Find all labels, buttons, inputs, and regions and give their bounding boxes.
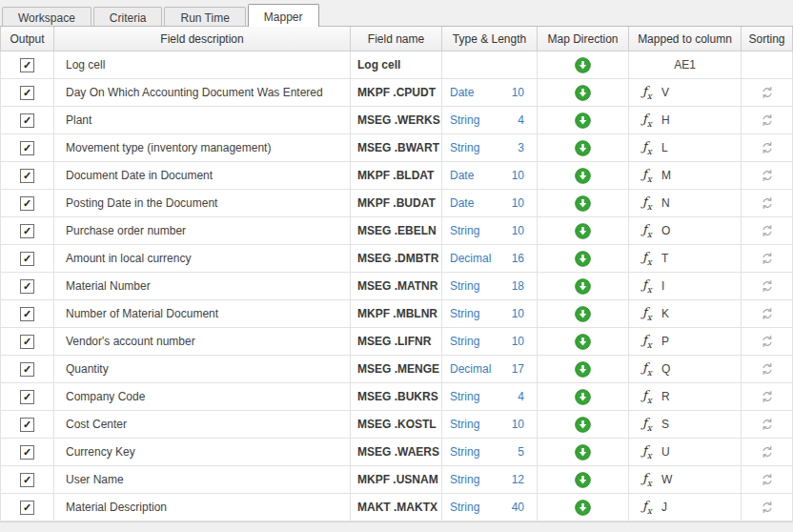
sorting-icon[interactable] [761,335,774,348]
length-value[interactable]: 10 [512,196,524,210]
map-direction-icon[interactable] [575,334,591,350]
length-value[interactable]: 10 [512,307,524,320]
type-label[interactable]: Date [450,196,474,210]
tab-criteria[interactable]: Criteria [93,7,163,26]
type-label[interactable]: String [450,307,479,320]
sorting-icon[interactable] [761,196,774,210]
length-value[interactable]: 10 [512,169,524,182]
map-direction-icon[interactable] [575,500,591,516]
map-direction-icon[interactable] [575,417,591,433]
sorting-icon[interactable] [761,418,774,431]
map-direction-icon[interactable] [575,85,591,101]
type-label[interactable]: String [450,335,479,348]
type-label[interactable]: String [450,390,479,403]
map-direction-icon[interactable] [575,195,591,212]
output-checkbox[interactable]: ✓ [20,335,34,349]
fx-function-icon: ƒx [642,444,652,460]
output-checkbox[interactable]: ✓ [20,362,34,377]
column-header-field-description: Field description [54,27,351,51]
length-value[interactable]: 5 [518,445,524,459]
map-direction-icon[interactable] [575,140,591,156]
output-checkbox[interactable]: ✓ [20,501,34,515]
length-value[interactable]: 4 [518,113,524,127]
type-label[interactable]: String [450,279,479,293]
length-value[interactable]: 12 [512,473,524,486]
sorting-icon[interactable] [761,501,774,514]
table-row: ✓Log cellLog cellAE1 [0,51,793,79]
sorting-icon[interactable] [761,169,774,182]
mapped-column-value: L [661,141,668,154]
output-checkbox[interactable]: ✓ [20,224,34,238]
length-value[interactable]: 10 [512,335,524,348]
output-checkbox[interactable]: ✓ [20,418,34,432]
type-label[interactable]: String [450,113,479,127]
type-label[interactable]: Decimal [450,362,491,376]
fx-function-icon: ƒx [642,195,652,212]
sorting-icon[interactable] [761,307,774,320]
sorting-icon[interactable] [761,86,774,99]
sorting-icon[interactable] [761,473,774,486]
length-value[interactable]: 10 [512,418,524,431]
output-checkbox[interactable]: ✓ [20,390,34,404]
field-name: MAKT .MAKTX [351,494,442,522]
type-label[interactable]: String [450,141,479,154]
sorting-icon[interactable] [761,141,774,154]
field-description: Company Code [54,383,351,411]
type-label[interactable]: Date [450,86,474,99]
map-direction-icon[interactable] [575,278,591,295]
type-label[interactable]: String [450,473,479,486]
length-value[interactable]: 4 [518,390,524,403]
map-direction-icon[interactable] [575,113,591,129]
sorting-icon[interactable] [761,445,774,459]
type-label[interactable]: String [450,501,479,514]
map-direction-icon[interactable] [575,168,591,184]
type-label[interactable]: Date [450,169,474,182]
length-value[interactable]: 3 [518,141,524,154]
map-direction-icon[interactable] [575,472,591,488]
type-label[interactable]: String [450,445,479,459]
tab-run-time[interactable]: Run Time [164,7,245,26]
fx-function-icon: ƒx [642,389,652,405]
tab-workspace[interactable]: Workspace [2,7,92,26]
length-value[interactable]: 17 [512,362,524,376]
field-description: Material Description [54,494,351,522]
field-name: MKPF .CPUDT [351,79,442,107]
field-description: Log cell [54,51,351,79]
output-checkbox[interactable]: ✓ [20,473,34,487]
sorting-icon[interactable] [761,362,774,376]
type-label[interactable]: String [450,224,479,237]
mapped-column-value: K [661,307,669,320]
type-label[interactable]: String [450,418,479,431]
length-value[interactable]: 18 [512,279,524,293]
output-checkbox[interactable]: ✓ [20,58,34,72]
output-checkbox[interactable]: ✓ [20,196,34,211]
output-checkbox[interactable]: ✓ [20,252,34,266]
mapped-column-value: U [661,445,670,459]
output-checkbox[interactable]: ✓ [20,279,34,294]
tab-mapper[interactable]: Mapper [248,4,319,27]
map-direction-icon[interactable] [575,444,591,460]
length-value[interactable]: 40 [512,501,524,514]
output-checkbox[interactable]: ✓ [20,86,34,100]
map-direction-icon[interactable] [575,389,591,405]
output-checkbox[interactable]: ✓ [20,141,34,155]
output-checkbox[interactable]: ✓ [20,169,34,183]
field-name: MKPF .BLDAT [351,162,442,190]
length-value[interactable]: 10 [512,224,524,237]
map-direction-icon[interactable] [575,251,591,267]
output-checkbox[interactable]: ✓ [20,307,34,321]
map-direction-icon[interactable] [575,223,591,239]
output-checkbox[interactable]: ✓ [20,113,34,128]
output-checkbox[interactable]: ✓ [20,445,34,460]
sorting-icon[interactable] [761,224,774,237]
sorting-icon[interactable] [761,252,774,265]
sorting-icon[interactable] [761,279,774,293]
length-value[interactable]: 16 [512,252,524,265]
map-direction-icon[interactable] [575,361,591,378]
sorting-icon[interactable] [761,113,774,127]
type-label[interactable]: Decimal [450,252,491,265]
length-value[interactable]: 10 [512,86,524,99]
map-direction-icon[interactable] [575,306,591,322]
sorting-icon[interactable] [761,390,774,403]
map-direction-icon[interactable] [575,57,591,73]
